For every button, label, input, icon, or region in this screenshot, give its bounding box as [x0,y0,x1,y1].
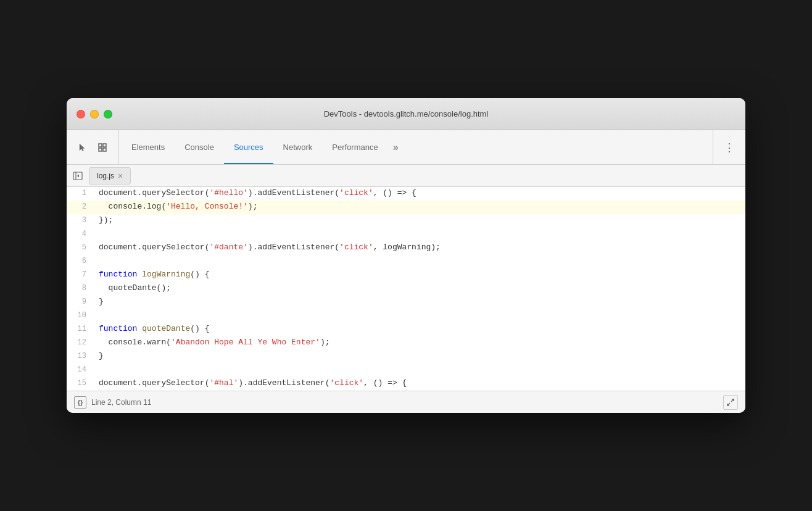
line-content: function logWarning() { [96,268,745,282]
line-number: 13 [67,350,96,364]
line-number: 7 [67,268,96,282]
line-content: document.querySelector('#dante').addEven… [96,241,745,255]
line-content [96,228,745,241]
toggle-sidebar-button[interactable] [69,167,86,185]
line-content: quoteDante(); [96,282,745,296]
line-content: console.warn('Abandon Hope All Ye Who En… [96,336,745,350]
line-number: 12 [67,336,96,350]
line-content [96,364,745,377]
close-button[interactable] [77,110,85,118]
line-content [96,255,745,268]
code-line: 14 [67,364,745,377]
svg-rect-3 [103,148,106,151]
line-number: 11 [67,323,96,336]
code-line: 1document.querySelector('#hello').addEve… [67,187,745,201]
cursor-position: Line 2, Column 11 [91,398,151,407]
tab-performance[interactable]: Performance [322,130,387,164]
line-content: console.log('Hello, Console!'); [96,201,745,214]
line-number: 2 [67,201,96,214]
code-editor[interactable]: 1document.querySelector('#hello').addEve… [67,187,745,391]
svg-rect-0 [99,144,102,147]
svg-rect-2 [99,148,102,151]
code-line: 3}); [67,214,745,228]
code-line: 12 console.warn('Abandon Hope All Ye Who… [67,336,745,350]
traffic-lights [77,110,112,118]
code-line: 2 console.log('Hello, Console!'); [67,201,745,214]
window-title: DevTools - devtools.glitch.me/console/lo… [324,109,489,118]
tab-more[interactable]: » [388,130,404,164]
tab-elements[interactable]: Elements [122,130,175,164]
code-line: 8 quoteDante(); [67,282,745,296]
code-line: 7function logWarning() { [67,268,745,282]
code-line: 5document.querySelector('#dante').addEve… [67,241,745,255]
line-number: 15 [67,377,96,391]
file-tab-logjs[interactable]: log.js × [89,167,131,185]
line-number: 4 [67,228,96,241]
line-number: 10 [67,309,96,323]
toolbar-right: ⋮ [713,130,745,164]
expand-icon[interactable] [723,395,738,410]
tabs: Elements Console Sources Network Perform… [119,130,713,164]
line-content [96,309,745,323]
code-line: 9} [67,296,745,309]
code-line: 6 [67,255,745,268]
cursor-icon[interactable] [74,139,91,156]
code-line: 13} [67,350,745,364]
line-number: 1 [67,187,96,201]
tab-console[interactable]: Console [175,130,224,164]
file-tab-name: log.js [97,172,114,180]
maximize-button[interactable] [104,110,112,118]
file-tab-close[interactable]: × [118,172,123,180]
line-number: 9 [67,296,96,309]
code-line: 11function quoteDante() { [67,323,745,336]
line-content: }); [96,214,745,228]
settings-icon[interactable]: ⋮ [721,139,738,156]
line-number: 3 [67,214,96,228]
statusbar: {} Line 2, Column 11 [67,391,745,413]
line-content: document.querySelector('#hello').addEven… [96,187,745,201]
tab-sources[interactable]: Sources [224,130,273,164]
minimize-button[interactable] [90,110,99,118]
svg-rect-1 [103,144,106,147]
devtools-window: DevTools - devtools.glitch.me/console/lo… [67,98,745,413]
inspect-icon[interactable] [94,139,111,156]
toolbar-icons [67,130,119,164]
line-content: } [96,350,745,364]
line-number: 6 [67,255,96,268]
line-content: } [96,296,745,309]
line-number: 14 [67,364,96,377]
tab-network[interactable]: Network [273,130,323,164]
svg-marker-6 [77,174,79,177]
line-number: 5 [67,241,96,255]
code-line: 4 [67,228,745,241]
toolbar: Elements Console Sources Network Perform… [67,130,745,165]
line-content: function quoteDante() { [96,323,745,336]
line-number: 8 [67,282,96,296]
code-line: 10 [67,309,745,323]
code-line: 15document.querySelector('#hal').addEven… [67,377,745,391]
line-content: document.querySelector('#hal').addEventL… [96,377,745,391]
titlebar: DevTools - devtools.glitch.me/console/lo… [67,98,745,130]
format-icon[interactable]: {} [74,396,86,409]
file-tabs-bar: log.js × [67,165,745,187]
